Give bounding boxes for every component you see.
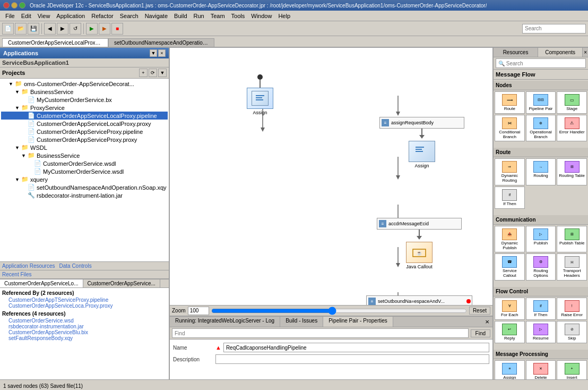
menu-search[interactable]: Search bbox=[117, 12, 142, 20]
tree-item-project[interactable]: ▼ 📁 oms-CustomerOrder-AppServiceDecorat.… bbox=[1, 80, 168, 88]
minimize-button[interactable] bbox=[11, 2, 18, 9]
bottom-tab-properties[interactable]: Pipeline Pair - Properties bbox=[323, 317, 393, 327]
tree-rsb-jar[interactable]: 🔧 rsbdecorator-instrument-lation.jar bbox=[1, 191, 168, 199]
toolbar-back[interactable]: ◀ bbox=[44, 23, 56, 35]
tree-wsdl-bs[interactable]: ▼ 📁 BusinessService bbox=[1, 151, 168, 159]
toolbar-run[interactable]: ▶ bbox=[86, 23, 98, 35]
comp-insert[interactable]: + Insert bbox=[557, 360, 587, 379]
node-setoutbound[interactable]: ≡ setOutboundNa=espaceAndV... bbox=[366, 295, 472, 305]
tab-components[interactable]: Components bbox=[538, 48, 583, 57]
comp-error[interactable]: ⚠ Error Handler bbox=[557, 115, 587, 142]
zoom-input[interactable]: 100 bbox=[188, 307, 209, 315]
comp-routing[interactable]: → Routing bbox=[526, 158, 556, 185]
projects-add[interactable]: + bbox=[139, 69, 148, 77]
comp-ifthen[interactable]: if If Then bbox=[495, 186, 525, 209]
toolbar-new[interactable]: 📄 bbox=[2, 23, 14, 35]
toolbar-forward[interactable]: ▶ bbox=[57, 23, 68, 35]
zoom-slider[interactable] bbox=[211, 308, 467, 314]
comp-transhdr[interactable]: H Transport Headers bbox=[557, 253, 587, 281]
tree-xquery-folder[interactable]: ▼ 📁 xquery bbox=[1, 175, 168, 183]
toolbar-debug[interactable]: ▶ bbox=[99, 23, 110, 35]
window-controls[interactable] bbox=[3, 2, 25, 9]
tree-businessservice[interactable]: ▼ 📁 BusinessService bbox=[1, 88, 168, 96]
ref-1[interactable]: CustomerOrderService.wsd bbox=[2, 318, 167, 324]
tab-resources[interactable]: Resources bbox=[494, 48, 538, 57]
ref-by-1[interactable]: CustomerOrderAppTServiceProxy.pipeline bbox=[2, 297, 167, 303]
comp-assign[interactable]: ≡ Assign bbox=[495, 360, 525, 379]
menu-edit[interactable]: Edit bbox=[18, 12, 34, 20]
comp-resume[interactable]: ▷ Resume bbox=[526, 321, 556, 343]
bottom-panel-close[interactable]: × bbox=[482, 317, 492, 327]
tree-mycustomer-bx[interactable]: 📄 MyCustomerOrderService.bx bbox=[1, 96, 168, 104]
tab-pipeline[interactable]: CustomerOrderAppServiceLocalProxy.pipeli… bbox=[2, 38, 108, 47]
find-button[interactable]: Find bbox=[471, 329, 490, 337]
comp-opbranch[interactable]: ⊕ Operational Branch bbox=[526, 115, 556, 142]
comp-foreach[interactable]: ∀ For Each bbox=[495, 298, 525, 320]
tab-xquery[interactable]: setOutboundNamespaceAndOperationInSoap.x… bbox=[108, 38, 214, 47]
menu-view[interactable]: View bbox=[34, 12, 54, 20]
menu-file[interactable]: File bbox=[2, 12, 18, 20]
tree-local-proxy[interactable]: 📄 CustomerOrderAppServiceLocalProxy.prox… bbox=[1, 120, 168, 128]
left-panel-btn2[interactable]: × bbox=[158, 49, 166, 57]
projects-sync[interactable]: ⟳ bbox=[149, 69, 157, 77]
left-bottom-tab-1[interactable]: CustomerOrderAppServiceLo... bbox=[0, 279, 83, 287]
toolbar-save[interactable]: 💾 bbox=[28, 23, 39, 35]
comp-stage[interactable]: ▭ Stage bbox=[557, 91, 587, 114]
app-resources-link[interactable]: Application Resources bbox=[2, 263, 55, 269]
right-panel-close[interactable]: × bbox=[583, 48, 588, 57]
comp-publish[interactable]: ▷ Publish bbox=[526, 226, 556, 253]
comp-svccallout[interactable]: ☎ Service Callout bbox=[495, 253, 525, 281]
left-bottom-tab-2[interactable]: CustomerOrderAppService... bbox=[83, 279, 160, 287]
node-assign-req[interactable]: ≡ assignRequestBody Assign bbox=[379, 117, 464, 168]
comp-skip[interactable]: ⊘ Skip bbox=[557, 321, 587, 343]
comp-reply[interactable]: ↩ Reply bbox=[495, 321, 525, 343]
toolbar-stop[interactable]: ■ bbox=[111, 23, 123, 35]
menu-run[interactable]: Run bbox=[191, 12, 207, 20]
menu-tools[interactable]: Tools bbox=[228, 12, 248, 20]
bottom-search-input[interactable] bbox=[172, 328, 469, 338]
comp-pipeline[interactable]: ⊟⊟ Pipeline Pair bbox=[526, 91, 556, 114]
comp-delete[interactable]: ✕ Delete bbox=[526, 360, 556, 379]
menu-help[interactable]: Help bbox=[275, 12, 293, 20]
comp-route[interactable]: ⟶ Route bbox=[495, 91, 525, 114]
maximize-button[interactable] bbox=[19, 2, 25, 9]
tree-app-pipeline[interactable]: 📄 CustomerOrderAppServiceProxy.pipeline bbox=[1, 128, 168, 135]
tree-setoutbound-xqy[interactable]: 📄 setOutboundNamespaceAndOperation.nSoap… bbox=[1, 183, 168, 191]
menu-build[interactable]: Build bbox=[171, 12, 190, 20]
bottom-tab-log[interactable]: Running: IntegratedWebLogicServer - Log bbox=[170, 317, 280, 327]
tree-custorder-wsdl[interactable]: 📄 CustomerOrderService.wsdl bbox=[1, 159, 168, 167]
tree-proxyservice[interactable]: ▼ 📁 ProxyService bbox=[1, 104, 168, 112]
toolbar-open[interactable]: 📂 bbox=[15, 23, 27, 35]
close-button[interactable] bbox=[3, 2, 10, 9]
toolbar-refresh[interactable]: ↺ bbox=[70, 23, 81, 35]
components-search-input[interactable] bbox=[496, 58, 586, 68]
ref-4[interactable]: setFaultResponseBody.xqy bbox=[2, 335, 167, 341]
data-controls-link[interactable]: Data Controls bbox=[59, 263, 92, 269]
left-panel-btn1[interactable]: ▼ bbox=[150, 49, 157, 57]
tree-app-proxy[interactable]: 📄 CustomerOrderAppServiceProxy.proxy bbox=[1, 135, 168, 143]
node-accdrmsg[interactable]: ≡ accdrMessageEcid ☕ Java Callout bbox=[377, 218, 462, 269]
menu-application[interactable]: Application bbox=[53, 12, 88, 20]
zoom-reset[interactable]: Reset bbox=[469, 307, 490, 315]
comp-dynpub[interactable]: 📤 Dynamic Publish bbox=[495, 226, 525, 253]
ref-3[interactable]: CustomerOrderAppServiceBlu.bix bbox=[2, 329, 167, 335]
menu-team[interactable]: Team bbox=[207, 12, 228, 20]
comp-raiseerr[interactable]: ! Raise Error bbox=[557, 298, 587, 320]
menu-window[interactable]: Window bbox=[248, 12, 275, 20]
tree-mycustomer-wsdl[interactable]: 📄 MyCustomerOrderService.wsdl bbox=[1, 167, 168, 175]
canvas-area[interactable]: Assign ☕ Java Callout bbox=[170, 48, 492, 305]
desc-input[interactable] bbox=[215, 354, 489, 364]
comp-dynroute[interactable]: ⇒ Dynamic Routing bbox=[495, 158, 525, 185]
comp-pubtable[interactable]: ⊞ Publish Table bbox=[557, 226, 587, 253]
comp-condbranch[interactable]: ⋈ Conditional Branch bbox=[495, 115, 525, 142]
tree-local-pipeline[interactable]: 📄 CustomerOrderAppServiceLocalProxy.pipe… bbox=[1, 112, 168, 120]
recent-files-link[interactable]: Recent Files bbox=[2, 272, 32, 277]
node-assign1[interactable]: Assign bbox=[247, 74, 273, 115]
tree-wsdl-folder[interactable]: ▼ 📁 WSDL bbox=[1, 143, 168, 151]
projects-filter[interactable]: ▼ bbox=[158, 69, 167, 77]
comp-routeopts[interactable]: ⚙ Routing Options bbox=[526, 253, 556, 281]
ref-2[interactable]: rsbdecorator-instrumentation.jar bbox=[2, 324, 167, 329]
name-input[interactable]: ReqCadlcaponseHandlingPipeline bbox=[223, 343, 489, 352]
comp-ifthen2[interactable]: if If Then bbox=[526, 298, 556, 320]
menu-refactor[interactable]: Refactor bbox=[88, 12, 117, 20]
